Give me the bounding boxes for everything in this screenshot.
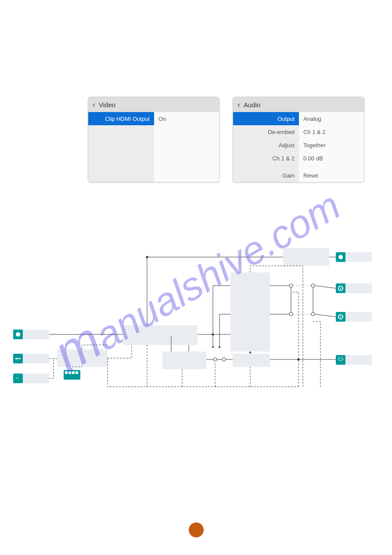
svg-rect-20 bbox=[233, 354, 270, 367]
svg-point-28 bbox=[340, 288, 342, 289]
svg-rect-4 bbox=[23, 354, 49, 363]
svg-rect-17 bbox=[169, 325, 198, 345]
svg-point-32 bbox=[340, 316, 342, 318]
svg-point-42 bbox=[213, 358, 217, 361]
svg-point-37 bbox=[311, 284, 315, 287]
audio-row-3-value[interactable]: 0.00 dB bbox=[299, 152, 364, 165]
svg-point-38 bbox=[289, 312, 293, 316]
svg-rect-33 bbox=[336, 355, 345, 365]
svg-point-24 bbox=[338, 255, 343, 259]
audio-panel-title: Audio bbox=[244, 101, 260, 109]
svg-rect-16 bbox=[123, 325, 171, 345]
video-panel-title: Video bbox=[99, 101, 115, 109]
svg-rect-1 bbox=[23, 330, 49, 339]
chevron-left-icon: ‹ bbox=[93, 100, 95, 109]
svg-point-44 bbox=[249, 352, 251, 353]
chevron-left-icon: ‹ bbox=[237, 100, 240, 109]
video-row-value[interactable]: On bbox=[154, 112, 219, 125]
svg-point-2 bbox=[16, 332, 20, 337]
audio-row-1-value[interactable]: Ch 1 & 2 bbox=[299, 125, 364, 138]
svg-rect-19 bbox=[230, 272, 270, 352]
audio-row-1-label[interactable]: De-embed bbox=[233, 125, 299, 138]
svg-rect-23 bbox=[345, 252, 372, 262]
audio-panel-header[interactable]: ‹ Audio bbox=[233, 97, 364, 112]
page-number-dot bbox=[189, 522, 204, 537]
svg-point-40 bbox=[212, 346, 214, 348]
audio-row-3-label[interactable]: Ch 1 & 2 bbox=[233, 152, 299, 165]
svg-rect-13 bbox=[72, 371, 75, 374]
svg-point-5 bbox=[15, 358, 17, 359]
audio-row-4-label[interactable]: Gain bbox=[233, 169, 299, 182]
svg-rect-11 bbox=[65, 371, 68, 374]
svg-rect-34 bbox=[345, 355, 372, 365]
audio-row-0-label[interactable]: Output bbox=[233, 112, 299, 125]
svg-rect-30 bbox=[345, 312, 372, 322]
svg-point-47 bbox=[298, 359, 300, 361]
menu-panels: ‹ Video Clip HDMI Output On ‹ Audio Outp… bbox=[88, 97, 364, 182]
svg-rect-21 bbox=[283, 248, 329, 266]
svg-point-36 bbox=[289, 284, 293, 287]
audio-panel: ‹ Audio Output De-embed Adjust Ch 1 & 2 … bbox=[233, 97, 364, 182]
video-row-label[interactable]: Clip HDMI Output bbox=[88, 112, 154, 125]
svg-rect-12 bbox=[68, 371, 71, 374]
audio-row-2-value[interactable]: Together bbox=[299, 138, 364, 152]
svg-rect-6 bbox=[17, 358, 21, 359]
svg-rect-14 bbox=[76, 371, 78, 374]
video-panel-header[interactable]: ‹ Video bbox=[88, 97, 219, 112]
svg-rect-18 bbox=[162, 352, 206, 369]
svg-point-46 bbox=[212, 334, 214, 336]
svg-rect-15 bbox=[57, 349, 108, 367]
svg-text:↔: ↔ bbox=[15, 375, 20, 381]
audio-row-4-value[interactable]: Reset bbox=[299, 169, 364, 182]
video-panel: ‹ Video Clip HDMI Output On bbox=[88, 97, 219, 182]
svg-point-41 bbox=[219, 346, 220, 348]
svg-rect-26 bbox=[345, 283, 372, 293]
audio-row-0-value[interactable]: Analog bbox=[299, 112, 364, 125]
svg-point-43 bbox=[222, 358, 226, 361]
block-diagram: ↔ bbox=[13, 242, 378, 400]
svg-rect-8 bbox=[23, 374, 49, 383]
svg-point-39 bbox=[311, 312, 315, 316]
svg-point-45 bbox=[146, 256, 148, 258]
audio-row-2-label[interactable]: Adjust bbox=[233, 138, 299, 152]
